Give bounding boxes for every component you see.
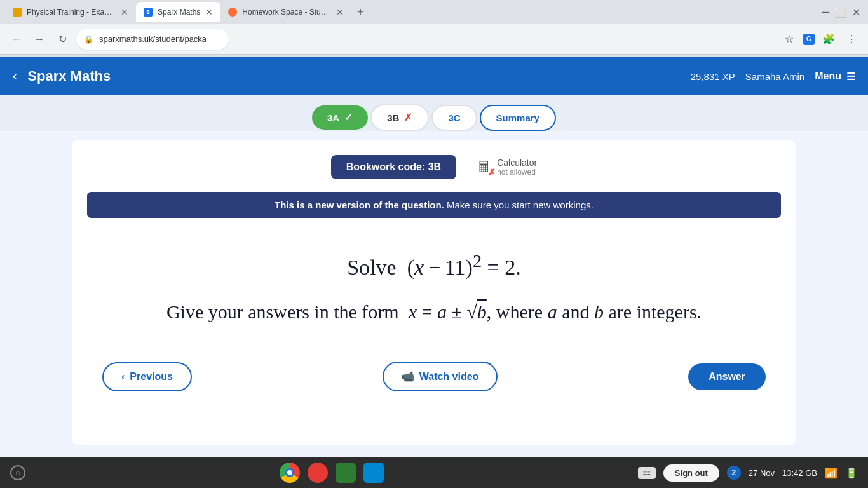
main-content: Bookwork code: 3B 🖩 ✗ Calculator not all… (72, 140, 796, 445)
extension-puzzle-button[interactable]: 🧩 (820, 30, 837, 48)
taskbar-card: ≡≡ (638, 467, 656, 479)
tab-favicon-sm: S (144, 8, 153, 17)
sign-out-button[interactable]: Sign out (663, 464, 719, 482)
browser-chrome: Physical Training - Exam prac... ✕ S Spa… (0, 0, 868, 57)
menu-icon: ☰ (846, 71, 855, 83)
info-banner-sub: Make sure you start new workings. (447, 200, 593, 210)
wifi-icon: 📶 (825, 467, 837, 479)
tab-close-sm[interactable]: ✕ (205, 7, 213, 17)
calculator-label: Calculator (497, 158, 537, 168)
tab-3a-label: 3A (327, 112, 339, 123)
calculator-text: Calculator not allowed (497, 158, 537, 177)
task-tab-nav: 3A ✓ 3B ✗ 3C Summary (0, 95, 868, 131)
header-right: 25,831 XP Samaha Amin Menu ☰ (691, 71, 855, 83)
blue-square-icon[interactable] (363, 463, 384, 483)
calculator-status: not allowed (497, 168, 537, 177)
info-banner-bold: This is a new version of the question. (275, 200, 444, 210)
tab-bar: Physical Training - Exam prac... ✕ S Spa… (0, 0, 868, 24)
username-display: Samaha Amin (745, 71, 804, 82)
app-logo: Sparx Maths (27, 68, 690, 85)
math-equation: Solve (x − 11)2 = 2. (87, 251, 781, 280)
tab-physical-training[interactable]: Physical Training - Exam prac... ✕ (5, 2, 136, 22)
tab-sparx-maths[interactable]: S Sparx Maths ✕ (136, 2, 220, 22)
more-options-button[interactable]: ⋮ (843, 30, 860, 48)
green-square-icon[interactable] (336, 463, 356, 483)
red-circle-icon[interactable] (308, 463, 328, 483)
tab-homework-space[interactable]: Homework Space - StudyX ✕ (220, 2, 351, 22)
tab-summary-label: Summary (496, 112, 539, 123)
address-bar: ← → ↻ 🔒 ☆ G 🧩 ⋮ (0, 24, 868, 55)
previous-chevron-icon: ‹ (121, 371, 125, 383)
tab-summary[interactable]: Summary (480, 105, 556, 131)
forward-button[interactable]: → (31, 30, 48, 48)
calculator-badge: 🖩 ✗ Calculator not allowed (477, 158, 537, 177)
question-area: Solve (x − 11)2 = 2. Give your answers i… (87, 238, 781, 351)
close-window-button[interactable]: ✕ (852, 6, 860, 18)
tab-title-hs: Homework Space - StudyX (242, 8, 331, 17)
watch-video-button[interactable]: 📹 Watch video (383, 362, 498, 391)
tab-3b[interactable]: 3B ✗ (370, 104, 429, 131)
back-button[interactable]: ← (8, 30, 25, 48)
bottom-nav: ‹ Previous 📹 Watch video Answer (87, 362, 781, 391)
bookwork-code: Bookwork code: 3B (331, 155, 456, 179)
new-tab-button[interactable]: + (351, 3, 369, 21)
math-instruction: Give your answers in the form x = a ± √b… (87, 297, 781, 326)
back-nav-button[interactable]: ‹ (13, 68, 17, 85)
lock-icon: 🔒 (84, 35, 93, 44)
menu-label: Menu (815, 71, 841, 82)
app-header: ‹ Sparx Maths 25,831 XP Samaha Amin Menu… (0, 57, 868, 95)
taskbar: ○ ≡≡ Sign out 2 27 Nov 13:42 GB 📶 🔋 (0, 458, 868, 488)
watch-video-label: Watch video (419, 371, 479, 383)
tab-3b-x-icon: ✗ (404, 112, 412, 123)
maximize-button[interactable]: ⬜ (834, 6, 847, 18)
tab-3c[interactable]: 3C (431, 105, 477, 131)
top-bar: Bookwork code: 3B 🖩 ✗ Calculator not all… (87, 155, 781, 179)
battery-icon: 🔋 (845, 467, 858, 479)
chrome-icon[interactable] (280, 463, 300, 483)
tab-favicon-hs (228, 8, 237, 17)
taskbar-time: 13:42 GB (782, 468, 817, 478)
tab-close-hs[interactable]: ✕ (336, 7, 344, 17)
tab-title-sm: Sparx Maths (158, 8, 200, 17)
tab-title-pt: Physical Training - Exam prac... (27, 8, 116, 17)
tab-close-pt[interactable]: ✕ (121, 7, 128, 17)
previous-label: Previous (130, 371, 173, 383)
calculator-icon: 🖩 ✗ (477, 158, 492, 176)
tab-3a-check-icon: ✓ (344, 112, 353, 123)
tab-3b-label: 3B (387, 112, 399, 123)
menu-button[interactable]: Menu ☰ (815, 71, 855, 83)
taskbar-circle: ○ (10, 465, 25, 480)
answer-label: Answer (709, 371, 745, 382)
tab-3c-label: 3C (448, 112, 460, 123)
video-camera-icon: 📹 (402, 370, 414, 383)
tab-favicon-pt (13, 8, 22, 17)
answer-button[interactable]: Answer (688, 363, 766, 390)
taskbar-right: ≡≡ Sign out 2 27 Nov 13:42 GB 📶 🔋 (638, 464, 858, 482)
calc-x-icon: ✗ (488, 167, 496, 177)
url-container: 🔒 (76, 29, 770, 50)
bookmark-button[interactable]: ☆ (780, 30, 798, 48)
browser-actions: ☆ G 🧩 ⋮ (780, 30, 860, 48)
xp-display: 25,831 XP (691, 71, 735, 82)
extension-icon[interactable]: G (803, 34, 815, 45)
previous-button[interactable]: ‹ Previous (102, 362, 192, 391)
info-banner: This is a new version of the question. M… (87, 192, 781, 218)
taskbar-date: 27 Nov (749, 468, 775, 478)
url-input[interactable] (76, 29, 229, 50)
taskbar-icons (31, 463, 633, 483)
minimize-button[interactable]: ─ (822, 6, 829, 18)
tab-3a[interactable]: 3A ✓ (312, 105, 368, 130)
notification-badge[interactable]: 2 (727, 466, 741, 480)
reload-button[interactable]: ↻ (53, 30, 71, 48)
